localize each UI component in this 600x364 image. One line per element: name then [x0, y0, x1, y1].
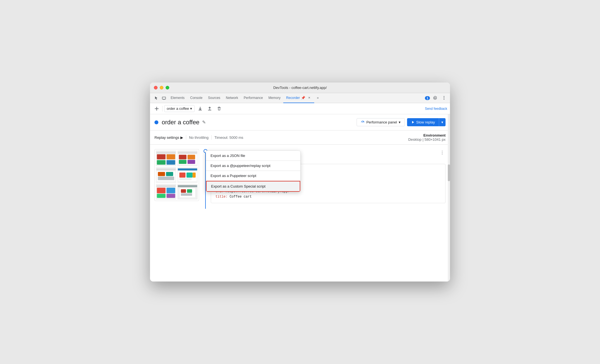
env-label: Environment: [408, 133, 446, 137]
code-title-key: title:: [216, 195, 228, 199]
slow-replay-dropdown-btn[interactable]: ▾: [439, 118, 446, 126]
slow-replay-main-btn[interactable]: Slow replay: [407, 118, 439, 126]
new-recording-btn[interactable]: [153, 105, 161, 113]
svg-rect-17: [179, 155, 186, 159]
slow-replay-chevron-icon: ▾: [441, 120, 443, 124]
recording-selector[interactable]: order a coffee ▾: [164, 105, 195, 112]
slow-replay-btn: Slow replay ▾: [407, 118, 446, 126]
more-options-icon-btn[interactable]: [440, 94, 448, 102]
settings-bar: Replay settings ▶ No throttling Timeout:…: [150, 130, 450, 145]
slow-replay-label: Slow replay: [416, 120, 435, 124]
svg-rect-37: [166, 188, 175, 193]
tab-elements[interactable]: Elements: [168, 93, 187, 103]
maximize-button[interactable]: [166, 86, 169, 89]
tab-memory[interactable]: Memory: [266, 93, 283, 103]
dropdown-menu: Export as a JSON file Export as a @puppe…: [206, 151, 301, 192]
svg-point-6: [362, 122, 363, 123]
import-btn[interactable]: [206, 105, 214, 113]
tab-network[interactable]: Network: [223, 93, 241, 103]
screenshot-thumb-1[interactable]: [156, 151, 176, 166]
recording-header-actions: Performance panel ▾ Slow replay ▾: [357, 118, 446, 126]
main-content: order a coffee ✎ Performance panel ▾: [150, 114, 450, 282]
svg-rect-19: [179, 160, 186, 164]
close-button[interactable]: [154, 86, 158, 89]
svg-rect-33: [179, 178, 192, 180]
svg-marker-7: [412, 121, 414, 123]
svg-rect-1: [163, 99, 165, 100]
tab-sources[interactable]: Sources: [205, 93, 223, 103]
recording-indicator: [154, 120, 158, 124]
minimize-button[interactable]: [160, 86, 163, 89]
screenshot-thumb-6[interactable]: [177, 184, 198, 200]
tab-recorder[interactable]: Recorder 📌 ✕: [283, 93, 314, 103]
svg-point-5: [444, 99, 444, 100]
env-type: Desktop: [408, 137, 422, 142]
send-feedback-link[interactable]: Send feedback: [425, 107, 447, 111]
cursor-icon-btn[interactable]: [152, 94, 160, 102]
svg-rect-11: [166, 154, 175, 159]
export-puppeteer-item[interactable]: Export as a Puppeteer script: [206, 171, 300, 181]
tab-performance[interactable]: Performance: [241, 93, 266, 103]
svg-rect-12: [157, 160, 166, 164]
export-btn[interactable]: [196, 105, 204, 113]
svg-rect-18: [188, 155, 195, 159]
scrollbar-track: [448, 114, 450, 282]
svg-rect-45: [181, 193, 192, 196]
dt-right-icons: 1: [425, 94, 448, 102]
export-custom-special-item[interactable]: Export as a Custom Special script: [206, 181, 300, 192]
svg-rect-20: [188, 160, 195, 164]
performance-panel-btn[interactable]: Performance panel ▾: [357, 118, 405, 126]
replay-settings-label[interactable]: Replay settings ▶: [154, 135, 183, 140]
window-title: DevTools - coffee-cart.netlify.app/: [273, 86, 327, 90]
export-dropdown: Export as a JSON file Export as a @puppe…: [206, 151, 301, 192]
tab-console[interactable]: Console: [187, 93, 205, 103]
screenshot-thumb-5[interactable]: [156, 184, 176, 200]
perf-panel-chevron-icon: ▾: [399, 120, 401, 124]
env-details: Desktop | 580×1041 px: [408, 137, 446, 142]
screenshot-grid: [154, 149, 199, 201]
export-puppeteer-replay-item[interactable]: Export as a @puppeteer/replay script: [206, 161, 300, 171]
tab-more[interactable]: »: [314, 93, 322, 103]
svg-rect-39: [166, 194, 175, 198]
svg-rect-38: [157, 194, 166, 198]
svg-rect-15: [178, 152, 197, 154]
recorder-tab-close[interactable]: ✕: [307, 96, 311, 100]
svg-rect-30: [179, 173, 185, 178]
recording-name: order a coffee: [167, 106, 189, 111]
recorder-pin-icon: 📌: [301, 96, 305, 100]
svg-rect-13: [166, 160, 175, 164]
edit-title-icon[interactable]: ✎: [202, 120, 206, 125]
export-json-item[interactable]: Export as a JSON file: [206, 151, 300, 161]
chevron-down-icon: ▾: [190, 106, 192, 111]
code-line-6: title: Coffee cart: [216, 194, 441, 200]
screenshot-thumb-3[interactable]: [156, 167, 176, 183]
settings-icon-btn[interactable]: [431, 94, 439, 102]
svg-rect-31: [187, 173, 193, 178]
svg-rect-32: [193, 173, 196, 178]
timeout-value: Timeout: 5000 ms: [214, 135, 243, 140]
svg-rect-44: [187, 189, 192, 193]
delete-btn[interactable]: [215, 105, 223, 113]
settings-chevron-icon: ▶: [180, 135, 183, 140]
svg-rect-9: [156, 152, 176, 154]
title-bar: DevTools - coffee-cart.netlify.app/: [150, 82, 450, 93]
traffic-lights: [154, 86, 169, 89]
chat-badge[interactable]: 1: [425, 96, 430, 100]
device-icon-btn[interactable]: [160, 94, 168, 102]
screenshot-thumb-4[interactable]: [177, 167, 198, 183]
devtools-tabs: Elements Console Sources Network Perform…: [150, 93, 450, 103]
svg-rect-35: [156, 185, 176, 187]
environment-section: Environment Desktop | 580×1041 px: [408, 133, 446, 142]
code-title-val: Coffee cart: [229, 195, 251, 199]
svg-point-2: [434, 98, 436, 99]
svg-rect-36: [157, 188, 166, 193]
svg-rect-22: [156, 168, 176, 170]
svg-rect-28: [178, 168, 197, 170]
svg-rect-24: [158, 172, 165, 176]
screenshot-thumb-2[interactable]: [177, 151, 198, 166]
svg-point-4: [444, 98, 444, 98]
step-more-btn[interactable]: ⋮: [439, 149, 446, 156]
devtools-window: DevTools - coffee-cart.netlify.app/ Elem…: [150, 82, 450, 282]
svg-point-3: [444, 96, 444, 97]
scrollbar-thumb[interactable]: [448, 164, 450, 181]
